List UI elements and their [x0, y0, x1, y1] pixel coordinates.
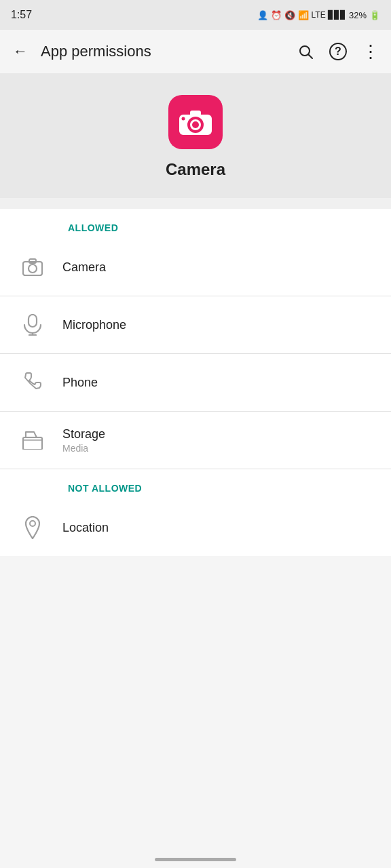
svg-line-1 [309, 55, 313, 59]
phone-perm-icon [16, 366, 49, 399]
location-perm-name: Location [62, 521, 109, 535]
permission-storage[interactable]: Storage Media [0, 412, 391, 469]
battery-percent: 32% [349, 10, 367, 20]
svg-rect-5 [190, 111, 201, 116]
more-button[interactable]: ⋮ [356, 37, 386, 66]
search-button[interactable] [291, 37, 320, 66]
mute-icon: 🔇 [284, 10, 295, 20]
permission-microphone[interactable]: Microphone [0, 296, 391, 353]
battery-icon: 🔋 [369, 10, 380, 20]
not-allowed-section-label: NOT ALLOWED [0, 469, 391, 499]
microphone-perm-name: Microphone [62, 318, 126, 332]
location-perm-text: Location [62, 521, 109, 535]
home-indicator [155, 858, 236, 861]
help-button[interactable]: ? [323, 37, 353, 66]
svg-point-6 [182, 117, 185, 121]
microphone-perm-icon [16, 309, 49, 341]
app-header: Camera [0, 73, 391, 198]
help-icon: ? [329, 43, 347, 60]
permission-location[interactable]: Location [0, 499, 391, 556]
permission-camera[interactable]: Camera [0, 239, 391, 296]
person-icon: 👤 [257, 10, 268, 20]
status-icons: 👤 ⏰ 🔇 📶 LTE ▊▊▊ 32% 🔋 [257, 10, 380, 20]
svg-rect-13 [23, 437, 42, 450]
storage-perm-name: Storage [62, 427, 105, 441]
section-gap [0, 198, 391, 209]
status-time: 1:57 [11, 9, 32, 21]
camera-perm-name: Camera [62, 260, 106, 275]
svg-point-14 [30, 521, 35, 526]
search-icon [297, 43, 314, 60]
svg-point-8 [29, 264, 37, 273]
storage-perm-text: Storage Media [62, 427, 105, 454]
back-icon: ← [13, 43, 28, 60]
microphone-perm-text: Microphone [62, 318, 126, 332]
more-icon: ⋮ [362, 41, 380, 62]
camera-perm-icon [16, 251, 49, 283]
allowed-section-label: ALLOWED [0, 209, 391, 239]
storage-perm-icon [16, 424, 49, 456]
app-icon [168, 95, 223, 149]
camera-app-icon [178, 108, 213, 136]
app-bar-actions: ? ⋮ [291, 37, 386, 66]
status-bar: 1:57 👤 ⏰ 🔇 📶 LTE ▊▊▊ 32% 🔋 [0, 0, 391, 30]
camera-icon-svg [178, 108, 213, 136]
page-title: App permissions [41, 43, 285, 60]
storage-perm-sub: Media [62, 443, 105, 454]
phone-perm-text: Phone [62, 376, 98, 390]
wifi-icon: 📶 [298, 10, 309, 20]
app-name: Camera [166, 160, 225, 179]
phone-perm-name: Phone [62, 376, 98, 390]
svg-rect-10 [29, 315, 37, 327]
permissions-content: ALLOWED Camera Microphone [0, 209, 391, 556]
signal-icon: LTE ▊▊▊ [312, 10, 346, 20]
permission-phone[interactable]: Phone [0, 354, 391, 411]
camera-perm-text: Camera [62, 260, 106, 275]
app-bar: ← App permissions ? ⋮ [0, 30, 391, 73]
svg-point-4 [192, 121, 199, 128]
back-button[interactable]: ← [5, 37, 35, 66]
alarm-icon: ⏰ [271, 10, 282, 20]
location-perm-icon [16, 511, 49, 544]
